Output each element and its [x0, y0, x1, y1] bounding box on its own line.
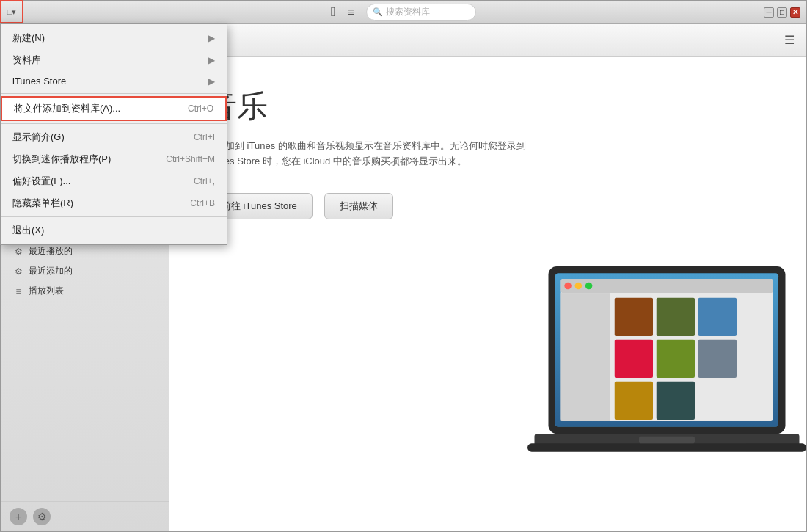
sidebar-recently-added-label: 最近添加的	[29, 265, 73, 277]
menu-item-store-label: iTunes Store	[12, 76, 208, 87]
menu-item-show-intro[interactable]: 显示简介(G) Ctrl+I	[1, 126, 227, 148]
close-button[interactable]: ✕	[790, 7, 800, 18]
minimize-button[interactable]: ─	[764, 7, 774, 18]
gear-icon-6: ⚙	[12, 266, 24, 277]
window-buttons: ─ □ ✕	[764, 7, 800, 18]
svg-rect-16	[657, 382, 695, 420]
maximize-button[interactable]: □	[777, 7, 787, 18]
svg-rect-8	[561, 293, 610, 421]
svg-point-7	[585, 283, 593, 290]
itunes-window: □▾  ≡ 🔍 搜索资料库 ─ □ ✕ 歌曲 专辑 表演者 类型 ☰	[0, 0, 807, 532]
content-buttons: 前往 iTunes Store 扫描媒体	[206, 193, 770, 219]
titlebar-center:  ≡ 🔍 搜索资料库	[331, 4, 476, 21]
menu-item-library[interactable]: 资料库 ▶	[1, 49, 227, 71]
svg-rect-4	[561, 279, 773, 293]
sidebar-item-recently-added[interactable]: ⚙ 最近添加的	[1, 261, 169, 281]
menu-item-show-intro-shortcut: Ctrl+I	[194, 132, 215, 142]
titlebar: □▾  ≡ 🔍 搜索资料库 ─ □ ✕	[1, 1, 806, 24]
menu-item-itunes-store[interactable]: iTunes Store ▶	[1, 71, 227, 91]
menu-separator-2	[1, 123, 227, 124]
sidebar-recently-played-label: 最近播放的	[29, 245, 73, 258]
search-icon: 🔍	[373, 7, 383, 17]
content-description: 您添加到 iTunes 的歌曲和音乐视频显示在音乐资料库中。无论何时您登录到 i…	[206, 139, 544, 170]
search-placeholder: 搜索资料库	[386, 6, 430, 18]
svg-rect-14	[698, 340, 737, 378]
menu-item-add-file-shortcut: Ctrl+O	[188, 103, 213, 114]
svg-rect-11	[698, 298, 737, 336]
svg-rect-9	[615, 298, 653, 336]
toolbar-menu-icon[interactable]: ☰	[784, 33, 795, 47]
content-title: 音乐	[206, 86, 770, 127]
menu-item-add-file-label: 将文件添加到资料库(A)...	[14, 102, 188, 115]
file-dropdown-menu: 新建(N) ▶ 资料库 ▶ iTunes Store ▶ 将文件添加到资料库(A…	[0, 23, 227, 245]
svg-rect-15	[615, 382, 653, 420]
svg-rect-18	[527, 443, 806, 451]
sidebar-item-playlist[interactable]: ≡ 播放列表	[1, 281, 169, 301]
svg-rect-10	[657, 298, 695, 336]
sidebar-footer: + ⚙	[1, 501, 169, 531]
apple-logo-icon: 	[331, 4, 336, 20]
menu-item-quit-label: 退出(X)	[12, 224, 215, 237]
svg-rect-13	[657, 340, 695, 378]
svg-point-6	[575, 283, 583, 290]
menu-item-preferences-label: 偏好设置(F)...	[12, 175, 194, 188]
search-box[interactable]: 🔍 搜索资料库	[366, 4, 476, 21]
list-icon: ≡	[12, 285, 24, 297]
nav-icon: ≡	[348, 6, 354, 19]
laptop-svg	[527, 252, 806, 531]
svg-rect-19	[639, 437, 695, 444]
file-menu-icon: □▾	[7, 7, 17, 17]
menu-item-new-label: 新建(N)	[12, 32, 208, 45]
menu-item-quit[interactable]: 退出(X)	[1, 219, 227, 241]
menu-arrow-new: ▶	[208, 33, 215, 43]
menu-separator-3	[1, 216, 227, 217]
file-menu-button[interactable]: □▾	[0, 0, 23, 23]
menu-item-mini-player-shortcut: Ctrl+Shift+M	[166, 154, 215, 164]
menu-item-library-label: 资料库	[12, 54, 208, 67]
menu-item-preferences-shortcut: Ctrl+,	[194, 176, 215, 186]
menu-item-mini-player-label: 切换到迷你播放程序(P)	[12, 153, 166, 166]
menu-item-add-file[interactable]: 将文件添加到资料库(A)... Ctrl+O	[1, 96, 227, 121]
menu-item-preferences[interactable]: 偏好设置(F)... Ctrl+,	[1, 170, 227, 192]
scan-media-button[interactable]: 扫描媒体	[324, 193, 393, 219]
svg-rect-12	[615, 340, 653, 378]
menu-item-hide-menu-label: 隐藏菜单栏(R)	[12, 197, 190, 210]
menu-item-show-intro-label: 显示简介(G)	[12, 131, 194, 144]
menu-item-hide-menu[interactable]: 隐藏菜单栏(R) Ctrl+B	[1, 192, 227, 214]
settings-button[interactable]: ⚙	[33, 508, 51, 525]
menu-item-mini-player[interactable]: 切换到迷你播放程序(P) Ctrl+Shift+M	[1, 148, 227, 170]
content-area: 音乐 您添加到 iTunes 的歌曲和音乐视频显示在音乐资料库中。无论何时您登录…	[169, 57, 806, 531]
sidebar-playlist-label: 播放列表	[29, 285, 64, 297]
menu-item-hide-menu-shortcut: Ctrl+B	[190, 198, 215, 208]
svg-point-5	[564, 283, 572, 290]
laptop-illustration	[527, 252, 806, 531]
gear-icon-5: ⚙	[12, 246, 24, 258]
menu-arrow-library: ▶	[208, 55, 215, 65]
menu-item-new[interactable]: 新建(N) ▶	[1, 27, 227, 49]
menu-separator-1	[1, 93, 227, 94]
add-playlist-button[interactable]: +	[10, 508, 27, 525]
menu-arrow-store: ▶	[208, 76, 215, 87]
